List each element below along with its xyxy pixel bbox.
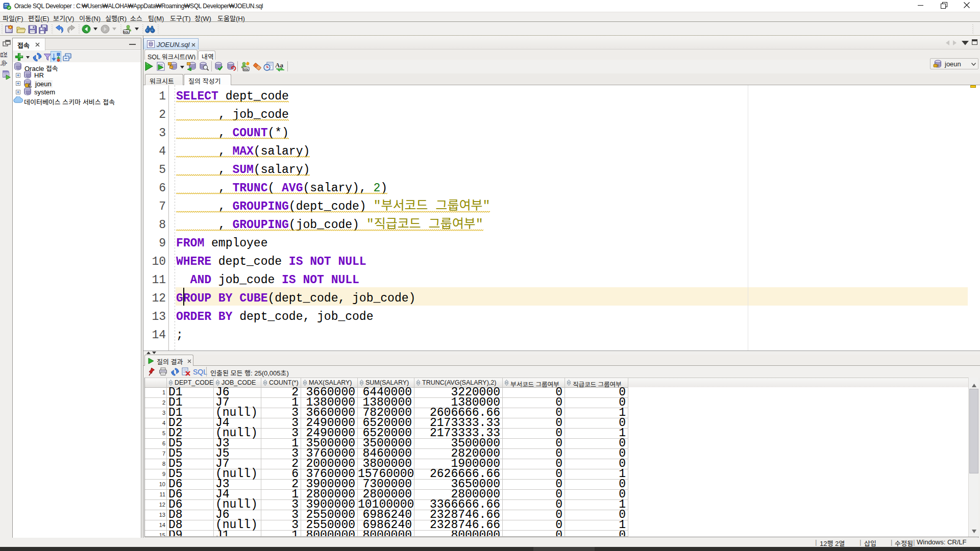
svg-text:Aa: Aa bbox=[275, 62, 283, 69]
svg-text:SOL: SOL bbox=[124, 31, 130, 34]
svg-text:SOL: SOL bbox=[243, 68, 249, 71]
